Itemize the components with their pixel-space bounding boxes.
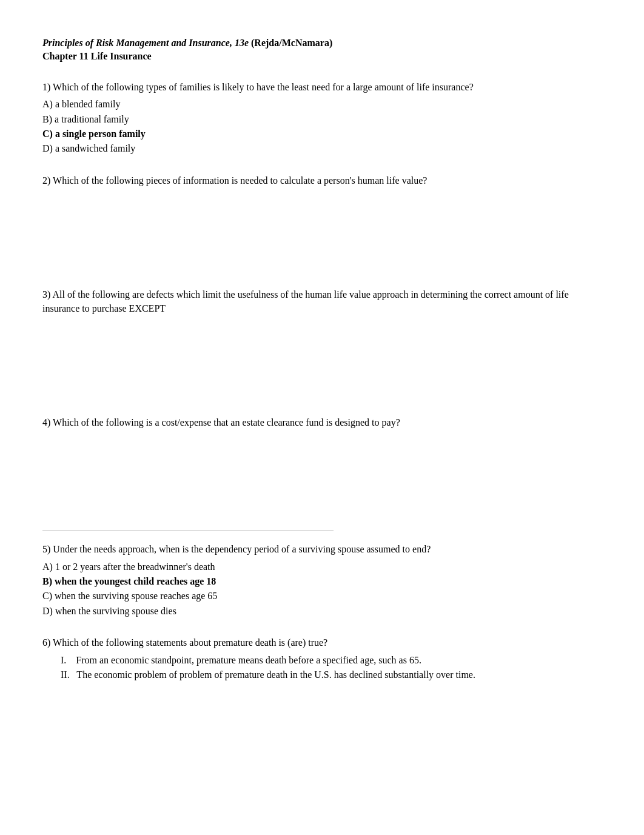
header-title-italic: Principles of Risk Management and Insura… (42, 38, 249, 48)
question-5-text: 5) Under the needs approach, when is the… (42, 543, 602, 556)
q6-body: Which of the following statements about … (53, 637, 327, 648)
q3-number: 3) (42, 289, 50, 300)
q4-body: Which of the following is a cost/expense… (53, 417, 400, 428)
q5-option-b: B) when the youngest child reaches age 1… (42, 575, 602, 588)
page-divider (42, 530, 334, 531)
header: Principles of Risk Management and Insura… (42, 36, 602, 64)
q1-option-b: B) a traditional family (42, 113, 602, 126)
q5-body: Under the needs approach, when is the de… (53, 544, 431, 554)
q1-option-a: A) a blended family (42, 98, 602, 111)
question-2-text: 2) Which of the following pieces of info… (42, 174, 602, 187)
q3-body: All of the following are defects which l… (42, 289, 569, 313)
header-line1: Principles of Risk Management and Insura… (42, 36, 602, 50)
question-1-text: 1) Which of the following types of famil… (42, 81, 602, 94)
q5-option-d: D) when the surviving spouse dies (42, 605, 602, 618)
question-5: 5) Under the needs approach, when is the… (42, 543, 602, 618)
q4-number: 4) (42, 417, 50, 428)
q1-body: Which of the following types of families… (53, 82, 474, 92)
question-6-text: 6) Which of the following statements abo… (42, 636, 602, 649)
q6-item-i: I. From an economic standpoint, prematur… (42, 654, 602, 667)
q1-option-c: C) a single person family (42, 127, 602, 141)
q3-spacer (42, 319, 602, 398)
q6-item-ii: II. The economic problem of problem of p… (42, 668, 602, 682)
question-4: 4) Which of the following is a cost/expe… (42, 416, 602, 512)
q1-option-d: D) a sandwiched family (42, 142, 602, 155)
question-6: 6) Which of the following statements abo… (42, 636, 602, 682)
q5-number: 5) (42, 544, 50, 554)
question-3-text: 3) All of the following are defects whic… (42, 288, 602, 315)
q2-body: Which of the following pieces of informa… (53, 175, 427, 186)
q1-number: 1) (42, 82, 50, 92)
q6-number: 6) (42, 637, 50, 648)
q2-spacer (42, 191, 602, 270)
header-title-normal: (Rejda/McNamara) (249, 38, 332, 48)
question-2: 2) Which of the following pieces of info… (42, 174, 602, 270)
q5-option-c: C) when the surviving spouse reaches age… (42, 589, 602, 603)
q5-option-a: A) 1 or 2 years after the breadwinner's … (42, 560, 602, 574)
question-3: 3) All of the following are defects whic… (42, 288, 602, 398)
header-line2: Chapter 11 Life Insurance (42, 50, 602, 63)
question-1: 1) Which of the following types of famil… (42, 81, 602, 156)
question-4-text: 4) Which of the following is a cost/expe… (42, 416, 602, 429)
q2-number: 2) (42, 175, 50, 186)
q4-spacer (42, 433, 602, 512)
